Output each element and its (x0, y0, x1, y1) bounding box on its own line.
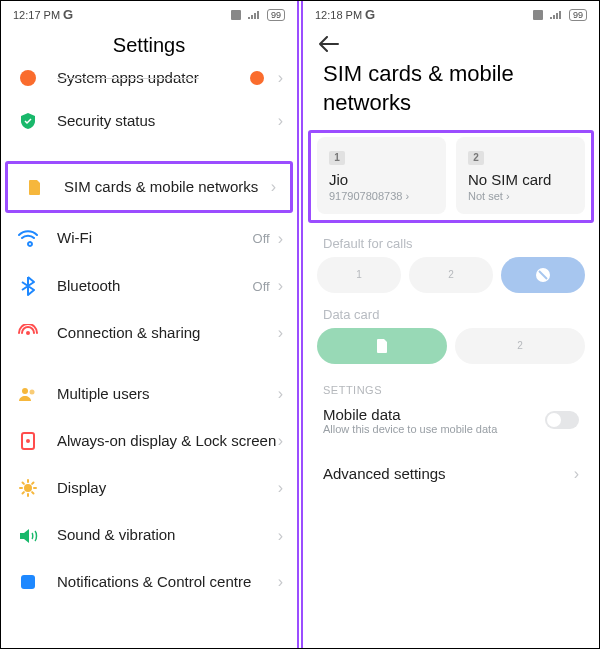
chevron-right-icon: › (278, 277, 283, 295)
multiple-users-icon (15, 385, 41, 403)
status-right-icons: 99 (231, 9, 285, 21)
row-connection-sharing[interactable]: Connection & sharing › (1, 310, 297, 357)
data-icon (533, 10, 543, 20)
calls-sim2-button[interactable]: 2 (409, 257, 493, 293)
row-label: Security status (57, 112, 278, 131)
row-security-status[interactable]: Security status › (1, 98, 297, 145)
mobile-data-toggle[interactable] (545, 411, 579, 429)
page-title: SIM cards & mobile networks (303, 60, 599, 133)
mobile-data-title: Mobile data (323, 406, 545, 423)
sim-slot-badge: 2 (468, 151, 484, 165)
security-status-icon (15, 112, 41, 130)
row-label: Multiple users (57, 385, 278, 404)
svg-point-3 (26, 331, 30, 335)
status-bar: 12:17 PMG 99 (1, 1, 297, 28)
back-button[interactable] (303, 28, 599, 60)
row-sim-cards[interactable]: SIM cards & mobile networks › (5, 161, 293, 214)
data-sim2-button[interactable]: 2 (455, 328, 585, 364)
google-icon: G (365, 7, 375, 22)
sound-vibration-icon (15, 527, 41, 545)
row-extra: Off (253, 279, 270, 294)
data-card-label: Data card (303, 297, 599, 328)
row-aod-lock[interactable]: Always-on display & Lock screen › (1, 418, 297, 465)
chevron-right-icon: › (278, 230, 283, 248)
settings-screen: 12:17 PMG 99 Settings System apps update… (1, 1, 297, 648)
wifi-icon (15, 230, 41, 248)
default-calls-segment: 1 2 (303, 257, 599, 293)
chevron-right-icon: › (574, 465, 579, 483)
signal-icon (549, 10, 563, 20)
row-display[interactable]: Display › (1, 464, 297, 512)
row-notifications-control[interactable]: Notifications & Control centre › (1, 559, 297, 592)
svg-point-4 (22, 388, 28, 394)
chevron-right-icon: › (271, 178, 276, 196)
arrow-left-icon (319, 36, 339, 52)
data-icon (231, 10, 241, 20)
row-label: Notifications & Control centre (57, 573, 278, 592)
data-card-segment: 2 (303, 328, 599, 364)
page-title: Settings (1, 34, 297, 57)
sim-icon (22, 178, 48, 196)
settings-list: System apps updater › Security status › … (1, 69, 297, 592)
chevron-right-icon: › (278, 432, 283, 450)
default-calls-label: Default for calls (303, 226, 599, 257)
status-time: 12:17 PM (13, 9, 60, 21)
chevron-right-icon: › (278, 112, 283, 130)
calls-ask-button[interactable] (501, 257, 585, 293)
row-label: Connection & sharing (57, 324, 278, 343)
ask-icon (535, 267, 551, 283)
svg-point-2 (250, 71, 264, 85)
svg-rect-0 (231, 10, 241, 20)
settings-header: SETTINGS (303, 368, 599, 402)
sim-networks-screen: 12:18 PMG 99 SIM cards & mobile networks… (303, 1, 599, 648)
chevron-right-icon: › (278, 527, 283, 545)
sim-number: Not set › (468, 190, 573, 202)
svg-point-8 (24, 484, 32, 492)
row-sound-vibration[interactable]: Sound & vibration › (1, 512, 297, 559)
row-system-apps-updater[interactable]: System apps updater › (1, 69, 297, 98)
spacer (1, 357, 297, 371)
row-label: Wi-Fi (57, 229, 253, 248)
chevron-right-icon: › (278, 479, 283, 497)
row-wifi[interactable]: Wi-Fi Off › (1, 215, 297, 262)
mobile-data-subtitle: Allow this device to use mobile data (323, 423, 545, 435)
google-icon: G (63, 7, 73, 22)
sim-name: Jio (329, 171, 434, 188)
aod-lock-icon (15, 432, 41, 450)
row-bluetooth[interactable]: Bluetooth Off › (1, 262, 297, 310)
svg-rect-9 (21, 575, 35, 589)
update-badge-icon (244, 70, 270, 86)
advanced-settings-row[interactable]: Advanced settings › (303, 445, 599, 483)
connection-sharing-icon (15, 324, 41, 342)
battery-icon: 99 (267, 9, 285, 21)
chevron-right-icon: › (278, 385, 283, 403)
row-extra: Off (253, 231, 270, 246)
row-label: Always-on display & Lock screen (57, 432, 278, 451)
chevron-right-icon: › (506, 190, 510, 202)
mobile-data-row[interactable]: Mobile data Allow this device to use mob… (303, 402, 599, 445)
svg-point-7 (26, 439, 30, 443)
calls-sim1-button[interactable]: 1 (317, 257, 401, 293)
chevron-right-icon: › (278, 69, 283, 87)
sim-slot-badge: 1 (329, 151, 345, 165)
row-multiple-users[interactable]: Multiple users › (1, 371, 297, 418)
chevron-right-icon: › (278, 573, 283, 591)
display-icon (15, 478, 41, 498)
row-label: SIM cards & mobile networks (64, 178, 271, 197)
row-label: Sound & vibration (57, 526, 278, 545)
data-sim1-button[interactable] (317, 328, 447, 364)
sim-card-2[interactable]: 2 No SIM card Not set › (456, 137, 585, 214)
row-label: Display (57, 479, 278, 498)
advanced-settings-label: Advanced settings (323, 465, 574, 482)
svg-point-1 (20, 70, 36, 86)
chevron-right-icon: › (405, 190, 409, 202)
sim-card-1[interactable]: 1 Jio 917907808738 › (317, 137, 446, 214)
system-apps-updater-icon (15, 69, 41, 87)
signal-icon (247, 10, 261, 20)
spacer (1, 145, 297, 159)
notifications-control-icon (15, 573, 41, 591)
sim-cards-container: 1 Jio 917907808738 › 2 No SIM card Not s… (311, 133, 591, 220)
row-label: Bluetooth (57, 277, 253, 296)
status-time: 12:18 PM (315, 9, 362, 21)
sim-name: No SIM card (468, 171, 573, 188)
